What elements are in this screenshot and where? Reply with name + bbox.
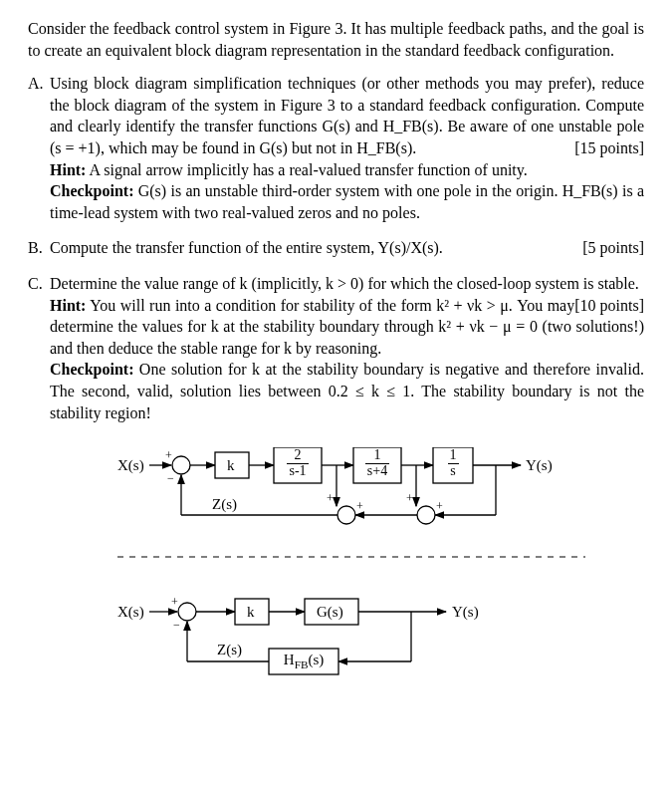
bot-Hfb-sub: FB — [295, 658, 309, 670]
item-A-points: [15 points] — [574, 137, 644, 159]
top-k: k — [227, 457, 235, 473]
bot-s-minus: − — [173, 618, 180, 632]
svg-point-22 — [178, 603, 196, 621]
top-s1-minus: − — [167, 471, 174, 485]
item-B-body: Compute the transfer function of the ent… — [50, 237, 644, 259]
top-f3-den: s — [448, 464, 459, 479]
top-Xs: X(s) — [117, 457, 144, 474]
top-f2-den: s+4 — [365, 464, 389, 479]
top-Zs: Z(s) — [212, 496, 237, 513]
top-Ys: Y(s) — [526, 457, 553, 474]
item-C-body: Determine the value range of k (implicit… — [50, 273, 644, 423]
item-B-label: B. — [28, 237, 50, 259]
bot-Gs: G(s) — [317, 604, 343, 621]
item-C-hint: You will run into a condition for stabil… — [50, 297, 644, 357]
top-f1-num: 2 — [287, 448, 308, 464]
svg-point-1 — [172, 456, 190, 474]
diagram-svg: .ln{stroke:#000;stroke-width:1.3;fill:no… — [117, 447, 585, 696]
top-f2-num: 1 — [365, 448, 389, 464]
svg-point-15 — [417, 506, 435, 524]
item-A-hint: A signal arrow implicitly has a real-val… — [86, 161, 527, 178]
item-A-check-label: Checkpoint: — [50, 182, 133, 199]
item-A-label: A. — [28, 73, 50, 223]
item-A-check: G(s) is an unstable third-order system w… — [50, 182, 644, 221]
top-s1-plus: + — [165, 448, 172, 462]
item-C: C. Determine the value range of k (impli… — [28, 273, 644, 423]
item-C-check: One solution for k at the stability boun… — [50, 361, 644, 420]
item-C-text1: Determine the value range of k (implicit… — [50, 275, 639, 292]
top-f1-den: s-1 — [287, 464, 308, 479]
item-A-hint-label: Hint: — [50, 161, 86, 178]
bot-Zs: Z(s) — [217, 642, 242, 658]
bot-Hfb-tail: (s) — [308, 652, 324, 667]
bot-s-plus: + — [171, 595, 178, 609]
item-C-check-label: Checkpoint: — [50, 361, 133, 378]
top-s3-plus2: + — [436, 499, 443, 513]
item-B-text: Compute the transfer function of the ent… — [50, 239, 443, 256]
item-B-points: [5 points] — [582, 237, 644, 259]
item-C-hint-label: Hint: — [50, 297, 86, 314]
item-B: B. Compute the transfer function of the … — [28, 237, 644, 259]
bot-Xs: X(s) — [117, 604, 144, 621]
block-diagram: .ln{stroke:#000;stroke-width:1.3;fill:no… — [28, 447, 644, 696]
item-A-text: Using block diagram simplification techn… — [50, 75, 644, 156]
top-s2-plus2: + — [356, 499, 363, 513]
item-A-body: Using block diagram simplification techn… — [50, 73, 644, 223]
bot-Ys: Y(s) — [452, 604, 479, 621]
bot-k: k — [247, 604, 255, 620]
top-s2-plus1: + — [327, 491, 334, 505]
intro-paragraph: Consider the feedback control system in … — [28, 18, 644, 61]
top-f3-num: 1 — [448, 448, 459, 464]
item-C-label: C. — [28, 273, 50, 423]
bot-Hfb-H: H — [284, 652, 295, 667]
top-s3-plus1: + — [406, 491, 413, 505]
item-C-points: [10 points] — [574, 295, 644, 317]
svg-point-17 — [337, 506, 355, 524]
item-A: A. Using block diagram simplification te… — [28, 73, 644, 223]
